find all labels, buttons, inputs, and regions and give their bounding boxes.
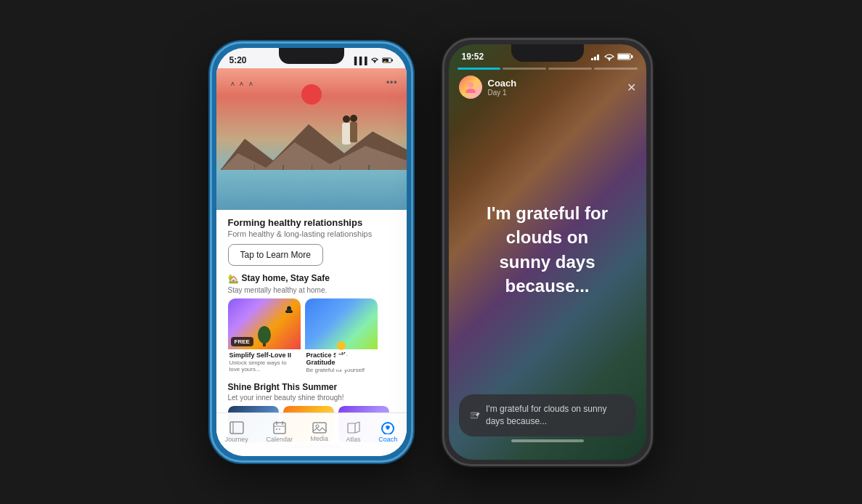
svg-rect-37 xyxy=(618,54,630,59)
svg-point-16 xyxy=(337,341,346,350)
phone2-wifi-icon xyxy=(604,53,614,61)
input-area[interactable]: I'm grateful for clouds on sunny days be… xyxy=(459,394,636,436)
phone2-content: 19:52 xyxy=(449,44,646,460)
svg-rect-3 xyxy=(391,59,393,61)
svg-rect-8 xyxy=(342,123,351,145)
tap-learn-more-button[interactable]: Tap to Learn More xyxy=(228,244,323,266)
nav-calendar-label: Calendar xyxy=(266,436,293,443)
coach-info: Coach Day 1 xyxy=(459,76,517,99)
phone2-frame: 19:52 xyxy=(442,38,653,466)
svg-rect-34 xyxy=(597,54,599,60)
nav-atlas[interactable]: Atlas xyxy=(346,421,361,443)
progress-bar-4 xyxy=(594,68,638,70)
svg-rect-27 xyxy=(348,423,355,433)
hero-figures xyxy=(330,113,367,175)
pencil-icon xyxy=(471,410,481,420)
phone1-time: 5:20 xyxy=(229,55,247,65)
coach-icon xyxy=(381,421,395,434)
card2-figure-icon xyxy=(330,341,352,373)
wifi-icon xyxy=(370,56,379,65)
svg-point-15 xyxy=(287,306,290,310)
svg-point-7 xyxy=(343,115,350,123)
media-icon xyxy=(312,422,327,434)
progress-bar-1 xyxy=(458,68,501,70)
phone2-time: 19:52 xyxy=(462,52,484,62)
card1-bird-icon xyxy=(283,306,295,313)
section1-title: Stay home, Stay Safe xyxy=(242,273,330,283)
main-quote-text: I'm grateful for clouds onsunny days bec… xyxy=(471,201,625,298)
svg-line-28 xyxy=(355,422,359,423)
nav-coach[interactable]: Coach xyxy=(378,421,397,443)
phone2-signal-icon xyxy=(591,53,601,60)
coach-text: Coach Day 1 xyxy=(488,78,517,97)
progress-bars xyxy=(449,65,646,73)
nav-media[interactable]: Media xyxy=(311,422,329,442)
coach-avatar-img xyxy=(463,80,478,94)
coach-header: Coach Day 1 ✕ xyxy=(449,73,646,105)
bottom-nav: Journey Calendar Media Atlas xyxy=(216,412,407,456)
phone1-screen: 5:20 ▐▐▐ ⚡ xyxy=(216,48,407,456)
progress-bar-2 xyxy=(503,68,546,70)
signal-icon: ▐▐▐ xyxy=(351,57,367,65)
card1-image: FREE xyxy=(228,298,301,349)
card1-free-badge: FREE xyxy=(231,337,253,346)
nav-journey-label: Journey xyxy=(225,436,248,443)
atlas-icon xyxy=(347,421,360,434)
hero-water xyxy=(216,170,407,210)
phone2-status-icons xyxy=(591,53,633,61)
battery-icon: ⚡ xyxy=(382,57,394,65)
hero-sun xyxy=(301,84,322,105)
nav-media-label: Media xyxy=(311,435,329,442)
card1[interactable]: FREE Simplify Self-Love II Unlock simple… xyxy=(228,298,301,376)
more-dots[interactable]: ••• xyxy=(386,77,398,87)
svg-line-29 xyxy=(355,431,359,433)
section2-subtitle: Let your inner beauty shine through! xyxy=(228,394,395,402)
svg-rect-38 xyxy=(631,55,633,58)
svg-rect-10 xyxy=(350,122,357,142)
svg-point-24 xyxy=(279,428,280,430)
card1-tree-icon xyxy=(256,319,272,346)
main-subtitle: Form healthy & long-lasting relationship… xyxy=(228,229,395,238)
svg-point-12 xyxy=(258,326,271,344)
coach-name: Coach xyxy=(488,78,517,89)
hero-birds: ᐱ ᐱ ᐱ xyxy=(231,81,256,87)
svg-point-23 xyxy=(276,428,277,430)
card2[interactable]: Practice Self-Gratitude Be grateful for … xyxy=(305,298,378,376)
phone2-bottom: I'm grateful for clouds on sunny days be… xyxy=(449,394,646,460)
progress-bar-3 xyxy=(548,68,592,70)
svg-rect-33 xyxy=(594,57,596,60)
phone2-notch xyxy=(511,44,584,62)
section1-icon: 🏡 xyxy=(228,274,239,284)
svg-rect-19 xyxy=(274,423,285,434)
svg-rect-25 xyxy=(313,423,326,433)
coach-avatar xyxy=(459,76,482,99)
svg-point-39 xyxy=(468,82,473,88)
card2-image xyxy=(305,298,378,349)
nav-calendar[interactable]: Calendar xyxy=(266,421,293,443)
phone1-status-icons: ▐▐▐ ⚡ xyxy=(351,56,393,65)
phone2-screen: 19:52 xyxy=(449,44,646,460)
svg-point-26 xyxy=(316,425,319,428)
close-button[interactable]: ✕ xyxy=(627,81,636,94)
input-placeholder-text: I'm grateful for clouds on sunny days be… xyxy=(486,403,624,428)
phone1-frame: 5:20 ▐▐▐ ⚡ xyxy=(210,41,413,463)
svg-point-0 xyxy=(374,62,375,63)
cards-row: FREE Simplify Self-Love II Unlock simple… xyxy=(228,298,395,376)
main-title: Forming healthy relationships xyxy=(228,217,395,228)
phone2: 19:52 xyxy=(442,38,653,466)
nav-journey[interactable]: Journey xyxy=(225,421,248,443)
phone1-text-content: Forming healthy relationships Form healt… xyxy=(216,210,407,376)
phone2-home-indicator xyxy=(511,439,584,442)
phone1-notch xyxy=(279,48,344,64)
phone1: 5:20 ▐▐▐ ⚡ xyxy=(210,41,413,463)
hero-image: ᐱ ᐱ ᐱ ••• xyxy=(216,68,407,210)
nav-atlas-label: Atlas xyxy=(346,436,361,443)
card1-desc: Unlock simple ways to love yours... xyxy=(228,359,301,375)
svg-rect-32 xyxy=(591,58,593,60)
main-quote-area: I'm grateful for clouds onsunny days bec… xyxy=(449,105,646,394)
section1-subtitle: Stay mentally healthy at home. xyxy=(228,286,395,294)
calendar-icon xyxy=(273,421,286,434)
coach-day: Day 1 xyxy=(488,89,517,97)
card1-title: Simplify Self-Love II xyxy=(228,349,301,359)
svg-point-35 xyxy=(609,60,610,61)
